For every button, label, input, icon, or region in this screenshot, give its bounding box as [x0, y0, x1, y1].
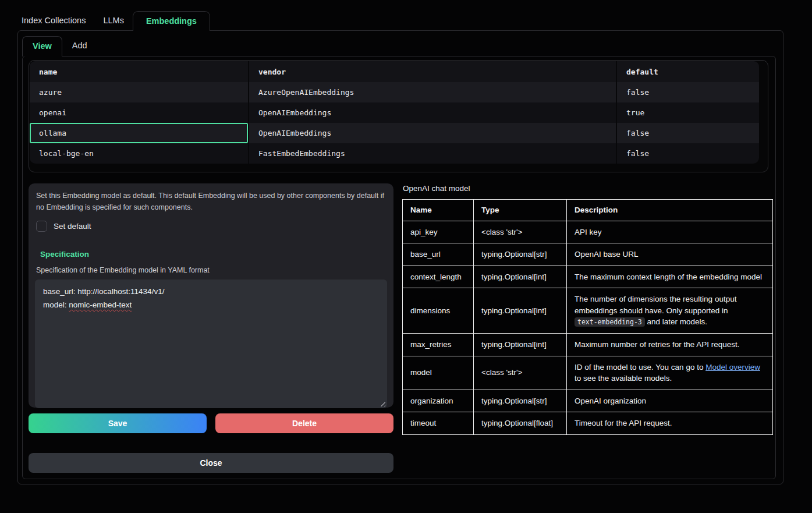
- embeddings-admin-page: Index Collections LLMs Embeddings View A…: [0, 0, 812, 513]
- tab-add[interactable]: Add: [62, 36, 97, 56]
- tab-embeddings[interactable]: Embeddings: [133, 11, 210, 31]
- desc-text: ID of the model to use. You can go to: [575, 363, 705, 372]
- doc-cell-desc: ID of the model to use. You can go to Mo…: [567, 356, 773, 390]
- doc-cell-name: dimensions: [403, 288, 474, 334]
- sub-tab-bar: View Add: [22, 36, 97, 56]
- doc-table: Name Type Description api_key <class 'st…: [402, 199, 773, 435]
- doc-row-model: model <class 'str'> ID of the model to u…: [403, 356, 773, 390]
- cell-default[interactable]: true: [617, 102, 759, 123]
- yaml-line2-key: model:: [43, 300, 69, 309]
- doc-row-dimensions: dimensions typing.Optional[int] The numb…: [403, 288, 773, 334]
- embeddings-table-card: name vendor default azure AzureOpenAIEmb…: [29, 60, 768, 172]
- cell-default[interactable]: false: [617, 143, 759, 164]
- doc-column-description: Description: [567, 200, 773, 221]
- table-row-azure[interactable]: azure AzureOpenAIEmbeddings false: [30, 82, 759, 102]
- desc-text: The number of dimensions the resulting o…: [575, 295, 736, 315]
- cell-name-selected[interactable]: ollama: [30, 123, 249, 143]
- doc-row-base-url: base_url typing.Optional[str] OpenAI bas…: [403, 243, 773, 266]
- doc-cell-name: max_retries: [403, 333, 474, 356]
- desc-text: to see the available models.: [575, 374, 672, 383]
- doc-cell-type: <class 'str'>: [474, 221, 567, 243]
- column-header-name: name: [30, 61, 249, 82]
- doc-table-title: OpenAI chat model: [403, 184, 470, 193]
- doc-cell-desc: The number of dimensions the resulting o…: [567, 288, 773, 334]
- doc-cell-desc: Timeout for the API request.: [567, 412, 773, 435]
- cell-vendor[interactable]: FastEmbedEmbeddings: [249, 143, 617, 164]
- doc-cell-type: <class 'str'>: [474, 356, 567, 390]
- set-default-label: Set default: [54, 222, 91, 231]
- column-header-vendor: vendor: [249, 61, 617, 82]
- doc-column-name: Name: [403, 200, 474, 221]
- default-help-text: Set this Embedding model as default. Thi…: [36, 190, 385, 213]
- doc-cell-name: context_length: [403, 266, 474, 288]
- tab-llms[interactable]: LLMs: [94, 11, 132, 31]
- doc-cell-desc: The maximum context length of the embedd…: [567, 266, 773, 288]
- model-overview-link[interactable]: Model overview: [705, 363, 760, 372]
- textarea-resize-handle[interactable]: [379, 400, 385, 406]
- doc-row-organization: organization typing.Optional[str] OpenAI…: [403, 390, 773, 412]
- cell-vendor[interactable]: OpenAIEmbeddings: [249, 102, 617, 123]
- cell-vendor[interactable]: AzureOpenAIEmbeddings: [249, 82, 617, 102]
- set-default-checkbox[interactable]: [36, 221, 47, 232]
- table-row-openai[interactable]: openai OpenAIEmbeddings true: [30, 102, 759, 123]
- cell-name[interactable]: openai: [30, 102, 249, 123]
- doc-cell-type: typing.Optional[str]: [474, 390, 567, 412]
- doc-row-context-length: context_length typing.Optional[int] The …: [403, 266, 773, 288]
- doc-row-timeout: timeout typing.Optional[float] Timeout f…: [403, 412, 773, 435]
- cell-name[interactable]: local-bge-en: [30, 143, 249, 164]
- doc-cell-name: model: [403, 356, 474, 390]
- doc-cell-name: base_url: [403, 243, 474, 266]
- cell-name[interactable]: azure: [30, 82, 249, 102]
- doc-cell-desc: OpenAI base URL: [567, 243, 773, 266]
- delete-button[interactable]: Delete: [215, 413, 393, 433]
- cell-vendor[interactable]: OpenAIEmbeddings: [249, 123, 617, 143]
- doc-row-api-key: api_key <class 'str'> API key: [403, 221, 773, 243]
- save-button[interactable]: Save: [29, 413, 207, 433]
- close-button[interactable]: Close: [29, 453, 393, 473]
- doc-header-row: Name Type Description: [403, 200, 773, 221]
- yaml-line1: base_url: http://localhost:11434/v1/: [43, 287, 164, 296]
- column-header-default: default: [617, 61, 759, 82]
- doc-cell-type: typing.Optional[int]: [474, 333, 567, 356]
- cell-default[interactable]: false: [617, 123, 759, 143]
- doc-cell-type: typing.Optional[int]: [474, 288, 567, 334]
- tab-view[interactable]: View: [22, 36, 62, 56]
- doc-column-type: Type: [474, 200, 567, 221]
- embeddings-table-header: name vendor default: [30, 61, 759, 82]
- top-tab-bar: Index Collections LLMs Embeddings: [13, 11, 210, 31]
- spec-yaml-textarea[interactable]: base_url: http://localhost:11434/v1/mode…: [35, 280, 387, 408]
- embeddings-table: name vendor default azure AzureOpenAIEmb…: [30, 61, 759, 164]
- doc-cell-name: timeout: [403, 412, 474, 435]
- doc-cell-desc: OpenAI organization: [567, 390, 773, 412]
- doc-cell-desc: API key: [567, 221, 773, 243]
- inline-code: text-embedding-3: [575, 317, 645, 327]
- doc-cell-desc: Maximum number of retries for the API re…: [567, 333, 773, 356]
- doc-cell-type: typing.Optional[int]: [474, 266, 567, 288]
- doc-cell-name: api_key: [403, 221, 474, 243]
- doc-cell-type: typing.Optional[float]: [474, 412, 567, 435]
- cell-default[interactable]: false: [617, 82, 759, 102]
- set-default-row[interactable]: Set default: [36, 221, 386, 232]
- specification-heading: Specification: [40, 250, 386, 259]
- table-row-ollama-selected[interactable]: ollama OpenAIEmbeddings false: [30, 123, 759, 143]
- table-row-local-bge-en[interactable]: local-bge-en FastEmbedEmbeddings false: [30, 143, 759, 164]
- yaml-line2-value-misspelled: nomic-embed-text: [69, 300, 132, 309]
- tab-index-collections[interactable]: Index Collections: [13, 11, 94, 31]
- embedding-config-panel: Set this Embedding model as default. Thi…: [29, 183, 393, 408]
- doc-row-max-retries: max_retries typing.Optional[int] Maximum…: [403, 333, 773, 356]
- doc-cell-type: typing.Optional[str]: [474, 243, 567, 266]
- desc-text: and later models.: [645, 317, 707, 326]
- specification-help-text: Specification of the Embedding model in …: [36, 266, 386, 274]
- doc-cell-name: organization: [403, 390, 474, 412]
